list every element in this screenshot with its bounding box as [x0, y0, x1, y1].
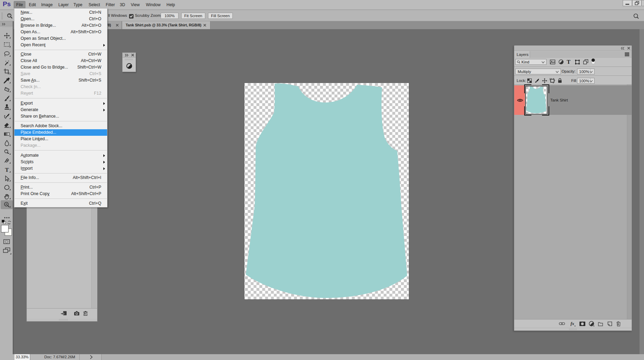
svg-text:T: T	[5, 167, 9, 173]
svg-text:fx: fx	[571, 321, 574, 326]
